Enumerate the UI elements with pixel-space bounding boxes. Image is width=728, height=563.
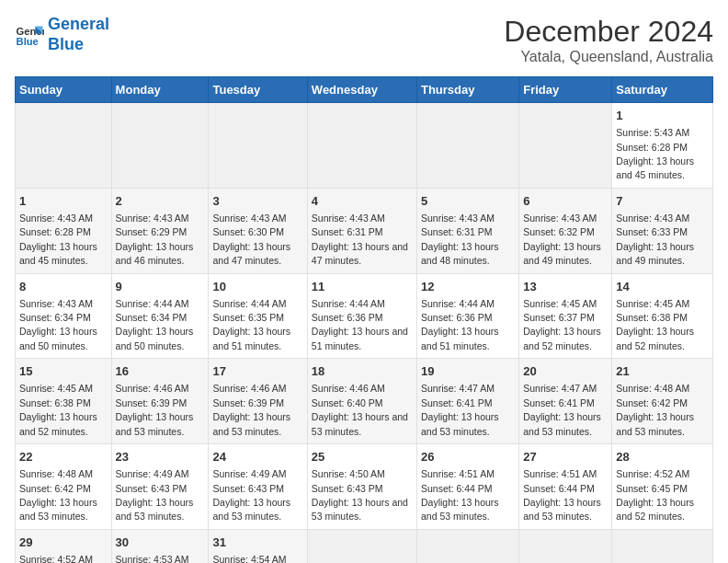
day-cell xyxy=(416,103,518,189)
day-number: 8 xyxy=(19,279,108,295)
day-number: 11 xyxy=(312,279,413,295)
day-info: Sunrise: 4:48 AMSunset: 6:42 PMDaylight:… xyxy=(616,383,694,436)
day-number: 5 xyxy=(421,193,515,210)
day-cell: 1 Sunrise: 4:43 AMSunset: 6:28 PMDayligh… xyxy=(16,188,112,273)
day-cell: 1 Sunrise: 5:43 AMSunset: 6:28 PMDayligh… xyxy=(612,103,713,189)
day-info: Sunrise: 4:44 AMSunset: 6:34 PMDaylight:… xyxy=(116,298,194,351)
col-header-tuesday: Tuesday xyxy=(209,77,307,103)
day-cell: 3 Sunrise: 4:43 AMSunset: 6:30 PMDayligh… xyxy=(209,188,307,273)
subtitle: Yatala, Queensland, Australia xyxy=(504,49,713,65)
day-number: 6 xyxy=(523,193,608,210)
day-info: Sunrise: 4:47 AMSunset: 6:41 PMDaylight:… xyxy=(523,383,601,436)
day-cell: 27 Sunrise: 4:51 AMSunset: 6:44 PMDaylig… xyxy=(519,444,612,530)
day-cell: 25 Sunrise: 4:50 AMSunset: 6:43 PMDaylig… xyxy=(307,444,416,530)
day-cell: 31 Sunrise: 4:54 AMSunset: 6:46 PMDaylig… xyxy=(209,529,307,563)
day-info: Sunrise: 4:43 AMSunset: 6:34 PMDaylight:… xyxy=(19,298,97,351)
day-number: 2 xyxy=(116,193,205,210)
header: General Blue General Blue December 2024 … xyxy=(15,15,713,65)
logo-icon: General Blue xyxy=(15,20,44,50)
day-info: Sunrise: 4:43 AMSunset: 6:29 PMDaylight:… xyxy=(116,213,194,266)
day-info: Sunrise: 4:51 AMSunset: 6:44 PMDaylight:… xyxy=(421,468,499,522)
day-info: Sunrise: 4:49 AMSunset: 6:43 PMDaylight:… xyxy=(116,468,194,522)
day-number: 19 xyxy=(421,363,515,380)
day-cell: 8 Sunrise: 4:43 AMSunset: 6:34 PMDayligh… xyxy=(16,273,112,359)
day-number: 13 xyxy=(523,279,608,295)
day-cell: 24 Sunrise: 4:49 AMSunset: 6:43 PMDaylig… xyxy=(209,444,307,530)
day-cell xyxy=(307,529,416,563)
day-number: 1 xyxy=(19,193,108,210)
day-number: 29 xyxy=(19,534,108,551)
day-number: 4 xyxy=(312,193,413,210)
day-info: Sunrise: 4:43 AMSunset: 6:33 PMDaylight:… xyxy=(616,213,694,266)
title-area: December 2024 Yatala, Queensland, Austra… xyxy=(504,15,713,65)
day-cell: 26 Sunrise: 4:51 AMSunset: 6:44 PMDaylig… xyxy=(416,444,518,530)
day-cell: 13 Sunrise: 4:45 AMSunset: 6:37 PMDaylig… xyxy=(519,273,612,359)
day-number: 15 xyxy=(19,363,108,380)
day-cell: 4 Sunrise: 4:43 AMSunset: 6:31 PMDayligh… xyxy=(307,188,416,273)
week-row-2: 1 Sunrise: 4:43 AMSunset: 6:28 PMDayligh… xyxy=(16,188,713,273)
day-number: 27 xyxy=(523,449,608,465)
day-number: 20 xyxy=(523,363,608,380)
week-row-6: 29 Sunrise: 4:52 AMSunset: 6:45 PMDaylig… xyxy=(16,529,713,563)
day-cell: 19 Sunrise: 4:47 AMSunset: 6:41 PMDaylig… xyxy=(416,359,518,444)
day-info: Sunrise: 4:47 AMSunset: 6:41 PMDaylight:… xyxy=(421,383,499,436)
day-number: 7 xyxy=(616,193,709,210)
day-number: 18 xyxy=(312,363,413,380)
week-row-3: 8 Sunrise: 4:43 AMSunset: 6:34 PMDayligh… xyxy=(16,273,713,359)
day-number: 14 xyxy=(616,279,709,295)
day-info: Sunrise: 4:43 AMSunset: 6:31 PMDaylight:… xyxy=(421,213,499,266)
col-header-thursday: Thursday xyxy=(416,77,518,103)
col-header-friday: Friday xyxy=(519,77,612,103)
day-info: Sunrise: 4:54 AMSunset: 6:46 PMDaylight:… xyxy=(212,554,290,563)
day-number: 17 xyxy=(212,363,302,380)
day-number: 26 xyxy=(421,449,515,465)
day-cell xyxy=(16,103,112,189)
day-cell: 22 Sunrise: 4:48 AMSunset: 6:42 PMDaylig… xyxy=(16,444,112,530)
day-cell xyxy=(307,103,416,189)
day-cell: 5 Sunrise: 4:43 AMSunset: 6:31 PMDayligh… xyxy=(416,188,518,273)
day-info: Sunrise: 4:43 AMSunset: 6:32 PMDaylight:… xyxy=(523,213,601,266)
svg-text:Blue: Blue xyxy=(17,36,39,47)
day-info: Sunrise: 5:43 AMSunset: 6:28 PMDaylight:… xyxy=(616,127,694,180)
day-info: Sunrise: 4:52 AMSunset: 6:45 PMDaylight:… xyxy=(19,554,97,563)
day-info: Sunrise: 4:43 AMSunset: 6:28 PMDaylight:… xyxy=(19,213,97,266)
day-number: 1 xyxy=(616,108,709,124)
day-info: Sunrise: 4:53 AMSunset: 6:45 PMDaylight:… xyxy=(116,554,194,563)
day-cell: 16 Sunrise: 4:46 AMSunset: 6:39 PMDaylig… xyxy=(111,359,209,444)
day-cell: 9 Sunrise: 4:44 AMSunset: 6:34 PMDayligh… xyxy=(111,273,209,359)
col-header-saturday: Saturday xyxy=(612,77,713,103)
day-number: 3 xyxy=(212,193,302,210)
day-cell: 23 Sunrise: 4:49 AMSunset: 6:43 PMDaylig… xyxy=(111,444,209,530)
day-info: Sunrise: 4:44 AMSunset: 6:35 PMDaylight:… xyxy=(212,298,290,351)
day-cell: 12 Sunrise: 4:44 AMSunset: 6:36 PMDaylig… xyxy=(416,273,518,359)
header-row: SundayMondayTuesdayWednesdayThursdayFrid… xyxy=(16,77,713,103)
day-info: Sunrise: 4:44 AMSunset: 6:36 PMDaylight:… xyxy=(421,298,499,351)
day-cell: 14 Sunrise: 4:45 AMSunset: 6:38 PMDaylig… xyxy=(612,273,713,359)
day-info: Sunrise: 4:45 AMSunset: 6:38 PMDaylight:… xyxy=(616,298,694,351)
day-info: Sunrise: 4:45 AMSunset: 6:37 PMDaylight:… xyxy=(523,298,601,351)
day-cell: 29 Sunrise: 4:52 AMSunset: 6:45 PMDaylig… xyxy=(16,529,112,563)
day-info: Sunrise: 4:48 AMSunset: 6:42 PMDaylight:… xyxy=(19,468,97,522)
day-number: 30 xyxy=(116,534,205,551)
day-info: Sunrise: 4:49 AMSunset: 6:43 PMDaylight:… xyxy=(212,468,290,522)
day-number: 25 xyxy=(312,449,413,465)
main-title: December 2024 xyxy=(504,15,713,49)
day-number: 21 xyxy=(616,363,709,380)
day-info: Sunrise: 4:46 AMSunset: 6:39 PMDaylight:… xyxy=(116,383,194,436)
calendar-table: SundayMondayTuesdayWednesdayThursdayFrid… xyxy=(15,76,713,563)
logo: General Blue General Blue xyxy=(15,15,109,54)
day-cell: 17 Sunrise: 4:46 AMSunset: 6:39 PMDaylig… xyxy=(209,359,307,444)
day-cell: 21 Sunrise: 4:48 AMSunset: 6:42 PMDaylig… xyxy=(612,359,713,444)
day-cell xyxy=(612,529,713,563)
day-cell: 6 Sunrise: 4:43 AMSunset: 6:32 PMDayligh… xyxy=(519,188,612,273)
day-cell xyxy=(519,103,612,189)
day-info: Sunrise: 4:52 AMSunset: 6:45 PMDaylight:… xyxy=(616,468,694,522)
day-info: Sunrise: 4:43 AMSunset: 6:30 PMDaylight:… xyxy=(212,213,290,266)
day-info: Sunrise: 4:46 AMSunset: 6:40 PMDaylight:… xyxy=(312,383,408,436)
day-cell: 2 Sunrise: 4:43 AMSunset: 6:29 PMDayligh… xyxy=(111,188,209,273)
day-cell: 15 Sunrise: 4:45 AMSunset: 6:38 PMDaylig… xyxy=(16,359,112,444)
day-cell: 11 Sunrise: 4:44 AMSunset: 6:36 PMDaylig… xyxy=(307,273,416,359)
day-cell xyxy=(416,529,518,563)
week-row-5: 22 Sunrise: 4:48 AMSunset: 6:42 PMDaylig… xyxy=(16,444,713,530)
day-number: 22 xyxy=(19,449,108,465)
